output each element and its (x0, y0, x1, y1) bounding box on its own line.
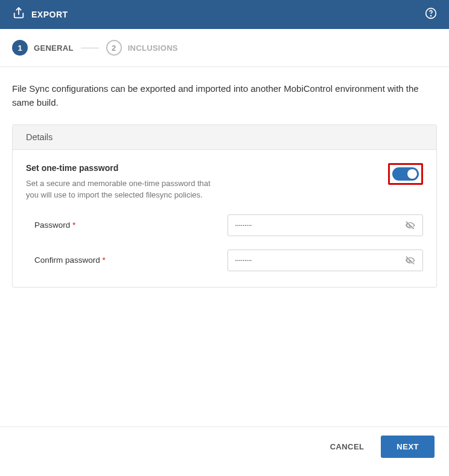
next-button[interactable]: NEXT (381, 436, 435, 458)
dialog-header: EXPORT (0, 0, 449, 29)
header-left: EXPORT (12, 7, 68, 22)
step-number-1: 1 (12, 40, 28, 56)
stepper: 1 GENERAL 2 INCLUSIONS (0, 29, 449, 67)
step-general[interactable]: 1 GENERAL (12, 40, 74, 56)
toggle-highlight-box (388, 163, 423, 185)
step-label-inclusions: INCLUSIONS (128, 43, 178, 53)
required-asterisk: * (72, 220, 75, 230)
cancel-button[interactable]: CANCEL (326, 436, 368, 457)
toggle-text: Set one-time password Set a secure and m… (26, 163, 388, 201)
content-area: File Sync configurations can be exported… (0, 67, 449, 426)
set-password-toggle[interactable] (392, 167, 419, 181)
eye-off-icon[interactable] (404, 254, 416, 266)
set-password-row: Set one-time password Set a secure and m… (26, 163, 423, 201)
confirm-password-row: Confirm password * ••••••••• (34, 249, 423, 271)
password-value: ••••••••• (235, 224, 404, 227)
step-divider (81, 48, 99, 48)
step-number-2: 2 (106, 40, 122, 56)
step-label-general: GENERAL (34, 43, 74, 53)
password-fields: Password * ••••••••• Confirm password * (26, 214, 423, 271)
required-asterisk: * (103, 256, 106, 265)
password-input[interactable]: ••••••••• (228, 214, 423, 236)
confirm-password-input[interactable]: ••••••••• (228, 249, 423, 271)
toggle-knob (407, 169, 417, 179)
confirm-password-label: Confirm password (34, 256, 100, 265)
export-icon (12, 7, 25, 22)
password-label: Password (34, 220, 70, 230)
dialog-footer: CANCEL NEXT (0, 426, 449, 466)
details-card: Details Set one-time password Set a secu… (12, 124, 437, 288)
confirm-label-wrap: Confirm password * (34, 256, 215, 265)
confirm-password-value: ••••••••• (235, 259, 404, 262)
help-icon[interactable] (425, 7, 437, 22)
toggle-description: Set a secure and memorable one-time pass… (26, 178, 225, 201)
dialog-title: EXPORT (31, 10, 68, 19)
svg-point-2 (431, 16, 431, 16)
password-label-wrap: Password * (34, 220, 215, 230)
intro-text: File Sync configurations can be exported… (12, 82, 437, 110)
toggle-title: Set one-time password (26, 163, 388, 173)
step-inclusions[interactable]: 2 INCLUSIONS (106, 40, 178, 56)
eye-off-icon[interactable] (404, 219, 416, 231)
details-header: Details (13, 125, 436, 150)
password-row: Password * ••••••••• (34, 214, 423, 236)
details-body: Set one-time password Set a secure and m… (13, 150, 436, 287)
